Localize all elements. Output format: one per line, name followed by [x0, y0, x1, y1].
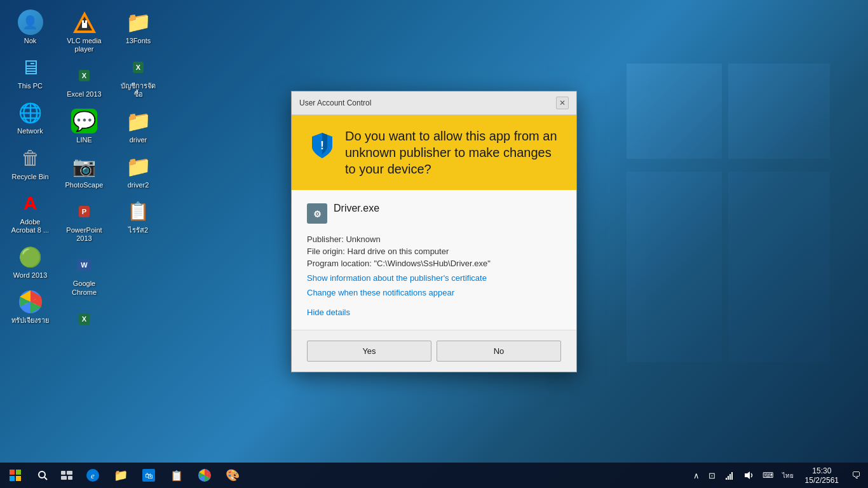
- taskbar-network-sys-icon[interactable]: [721, 463, 738, 488]
- taskbar-paint[interactable]: 🎨: [219, 463, 247, 488]
- svg-text:⚙: ⚙: [313, 209, 322, 219]
- uac-shield-icon: !: [307, 130, 337, 161]
- uac-no-button[interactable]: No: [437, 341, 561, 362]
- svg-rect-30: [729, 474, 731, 480]
- uac-dialog: User Account Control ✕ ! Do you want to …: [291, 91, 577, 372]
- uac-certificate-link[interactable]: Show information about the publisher's c…: [307, 273, 561, 283]
- uac-title-bar: User Account Control ✕: [292, 92, 576, 115]
- uac-program-location: Program location: "C:\Windows\SsHub\Driv…: [307, 259, 561, 268]
- taskbar-explorer[interactable]: 📁: [107, 463, 135, 488]
- taskbar-pinned-items: e 📁 🛍 📋: [79, 463, 247, 488]
- uac-exe-row: ⚙ Driver.exe: [307, 203, 561, 224]
- svg-line-16: [44, 477, 47, 480]
- svg-text:🛍: 🛍: [145, 471, 153, 480]
- uac-body: ⚙ Driver.exe Publisher: Unknown File ori…: [292, 190, 576, 330]
- uac-exe-icon: ⚙: [307, 203, 327, 224]
- start-button[interactable]: [0, 463, 31, 488]
- svg-marker-32: [745, 471, 750, 479]
- uac-header-content: ! Do you want to allow this app from an …: [307, 128, 561, 177]
- svg-rect-18: [67, 471, 72, 475]
- task-view-button[interactable]: [55, 463, 79, 488]
- taskbar-tablet[interactable]: 📋: [163, 463, 191, 488]
- svg-point-15: [39, 471, 45, 478]
- uac-publisher: Publisher: Unknown: [307, 234, 561, 244]
- taskbar: e 📁 🛍 📋: [0, 463, 868, 488]
- svg-rect-17: [61, 471, 65, 475]
- uac-overlay: User Account Control ✕ ! Do you want to …: [0, 0, 868, 463]
- taskbar-store[interactable]: 🛍: [135, 463, 163, 488]
- taskbar-chevron-up[interactable]: ∧: [689, 463, 703, 488]
- svg-rect-28: [726, 478, 727, 480]
- svg-rect-11: [10, 470, 15, 475]
- taskbar-language-indicator[interactable]: ไทย: [778, 463, 797, 488]
- uac-button-row: Yes No: [292, 330, 576, 372]
- uac-yes-button[interactable]: Yes: [307, 341, 431, 362]
- clock-time: 15:30: [812, 466, 831, 475]
- svg-rect-12: [16, 470, 21, 475]
- uac-question-text: Do you want to allow this app from an un…: [345, 128, 561, 177]
- taskbar-clock[interactable]: 15:30 15/2/2561: [799, 463, 845, 488]
- clock-date: 15/2/2561: [805, 476, 839, 485]
- svg-rect-19: [61, 476, 67, 480]
- svg-text:e: e: [91, 471, 95, 480]
- svg-rect-14: [16, 476, 21, 481]
- desktop: 👤 Nok 🖥 This PC 🌐 Network 🗑 R: [0, 0, 868, 488]
- svg-text:!: !: [320, 139, 324, 152]
- taskbar-tablet-mode[interactable]: ⊡: [705, 463, 719, 488]
- uac-title-text: User Account Control: [299, 98, 371, 107]
- uac-file-origin: File origin: Hard drive on this computer: [307, 247, 561, 256]
- uac-header: ! Do you want to allow this app from an …: [292, 115, 576, 190]
- svg-rect-29: [728, 476, 729, 480]
- taskbar-keyboard-icon[interactable]: ⌨: [759, 463, 777, 488]
- taskbar-volume-icon[interactable]: [740, 463, 757, 488]
- svg-rect-20: [68, 476, 72, 480]
- svg-rect-13: [10, 476, 15, 481]
- search-button[interactable]: [31, 463, 55, 488]
- taskbar-chrome-pin[interactable]: [191, 463, 219, 488]
- taskbar-edge[interactable]: e: [79, 463, 107, 488]
- uac-notifications-link[interactable]: Change when these notifications appear: [307, 288, 561, 297]
- uac-close-button[interactable]: ✕: [556, 97, 569, 109]
- uac-exe-name: Driver.exe: [334, 203, 379, 214]
- taskbar-system-tray: ∧ ⊡ ⌨: [689, 463, 868, 488]
- svg-rect-31: [731, 472, 733, 480]
- taskbar-notification-button[interactable]: 🗨: [846, 463, 865, 488]
- uac-hide-details-link[interactable]: Hide details: [307, 308, 561, 317]
